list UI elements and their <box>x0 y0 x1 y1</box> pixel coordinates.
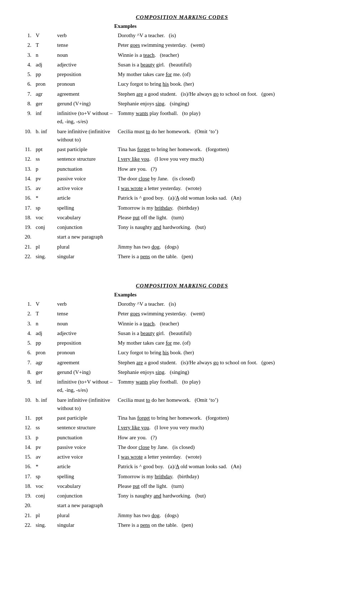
row-code: pp <box>34 338 56 348</box>
table-row: 20.start a new paragraph <box>21 501 343 510</box>
row-name: tense <box>56 309 116 319</box>
table-row: 4.adjadjectiveSusan is a beauty girl. (b… <box>21 60 343 70</box>
row-code: pv <box>34 174 56 184</box>
row-name: agreement <box>56 89 116 99</box>
section-title: COMPOSITION MARKING CODES <box>21 283 343 289</box>
row-example: Tomorrow is my brithday. (birthday) <box>116 203 343 213</box>
row-example: Tina has forget to bring her homework. (… <box>116 413 343 423</box>
row-example: I was wrote a letter yesterday. (wrote) <box>116 452 343 462</box>
table-row: 15.avactive voiceI was wrote a letter ye… <box>21 184 343 193</box>
row-number: 8. <box>21 368 34 377</box>
row-number: 17. <box>21 203 34 213</box>
row-code: V <box>34 31 56 40</box>
row-name: verb <box>56 31 116 40</box>
row-example: Tina has forget to bring her homework. (… <box>116 145 343 154</box>
row-number: 22. <box>21 252 34 261</box>
row-name: noun <box>56 319 116 329</box>
row-example: I very like you. (I love you very much) <box>116 154 343 164</box>
row-code: * <box>34 193 56 203</box>
row-name: punctuation <box>56 164 116 174</box>
row-example: Jimmy has two dog. (dogs) <box>116 242 343 252</box>
row-example: Winnie is a teach. (teacher) <box>116 50 343 60</box>
row-name: plural <box>56 511 116 520</box>
row-code: T <box>34 40 56 50</box>
row-code: agr <box>34 89 56 99</box>
row-example: Dorothy ^V a teacher. (is) <box>116 31 343 40</box>
table-row: 7.agragreementStephen are a good student… <box>21 89 343 99</box>
table-row: 20.start a new paragraph <box>21 232 343 242</box>
row-code: pl <box>34 242 56 252</box>
row-code: av <box>34 184 56 193</box>
table-row: 8.gergerund (V+ing)Stephanie enjoys sing… <box>21 368 343 377</box>
row-number: 1. <box>21 31 34 40</box>
row-number: 3. <box>21 50 34 60</box>
table-row: 2.TtensePeter goes swimming yesterday. (… <box>21 40 343 50</box>
row-number: 9. <box>21 109 34 127</box>
row-name: conjunction <box>56 491 116 501</box>
section-title: COMPOSITION MARKING CODES <box>21 14 343 20</box>
row-example: Please put off the light. (turn) <box>116 213 343 222</box>
table-row: 16.*articlePatrick is ^ good boy. (a)/A … <box>21 193 343 203</box>
row-code: pv <box>34 442 56 452</box>
row-code: av <box>34 452 56 462</box>
table-row: 22.sing.singularThere is a pens on the t… <box>21 252 343 261</box>
row-name: gerund (V+ing) <box>56 368 116 377</box>
row-name: plural <box>56 242 116 252</box>
row-code: agr <box>34 358 56 368</box>
row-number: 21. <box>21 511 34 520</box>
row-code: inf <box>34 377 56 395</box>
row-name: passive voice <box>56 174 116 184</box>
page: COMPOSITION MARKING CODESExamples1.Vverb… <box>0 0 364 566</box>
row-number: 13. <box>21 433 34 442</box>
row-name: spelling <box>56 203 116 213</box>
row-name: infinitive (to+V without –ed, -ing, -s/e… <box>56 377 116 395</box>
row-code: voc <box>34 213 56 222</box>
table-row: 5.ppprepositionMy mother takes care for … <box>21 338 343 348</box>
row-code: ppt <box>34 145 56 154</box>
row-code: pron <box>34 79 56 89</box>
table-row: 10.b. infbare infinitive (infinitive wit… <box>21 395 343 414</box>
row-example: How are you. (?) <box>116 433 343 442</box>
codes-table: 1.VverbDorothy ^V a teacher. (is)2.Ttens… <box>21 31 343 261</box>
row-example: Tommy wants play football. (to play) <box>116 377 343 395</box>
row-example: My mother takes care for me. (of) <box>116 338 343 348</box>
row-example <box>116 501 343 510</box>
row-example: I very like you. (I love you very much) <box>116 423 343 432</box>
table-row: 16.*articlePatrick is ^ good boy. (a)/A … <box>21 462 343 471</box>
row-number: 6. <box>21 348 34 358</box>
row-number: 8. <box>21 99 34 109</box>
row-example: Stephen are a good student. (is)/He alwa… <box>116 358 343 368</box>
row-name: start a new paragraph <box>56 232 116 242</box>
row-number: 3. <box>21 319 34 329</box>
row-code: p <box>34 164 56 174</box>
row-number: 15. <box>21 184 34 193</box>
row-number: 22. <box>21 520 34 530</box>
row-name: adjective <box>56 329 116 338</box>
row-example: Patrick is ^ good boy. (a)/A old woman l… <box>116 462 343 471</box>
table-row: 4.adjadjectiveSusan is a beauty girl. (b… <box>21 329 343 338</box>
row-name: spelling <box>56 472 116 481</box>
row-number: 7. <box>21 358 34 368</box>
row-code: ss <box>34 423 56 432</box>
row-code: ger <box>34 368 56 377</box>
row-example: Cecilia must to do her homework. (Omit ‘… <box>116 127 343 145</box>
table-row: 8.gergerund (V+ing)Stephanie enjoys sing… <box>21 99 343 109</box>
row-example: Dorothy ^V a teacher. (is) <box>116 299 343 309</box>
row-number: 15. <box>21 452 34 462</box>
row-number: 5. <box>21 338 34 348</box>
row-name: preposition <box>56 70 116 79</box>
row-name: past participle <box>56 145 116 154</box>
row-example: Stephanie enjoys sing. (singing) <box>116 368 343 377</box>
row-example: My mother takes care for me. (of) <box>116 70 343 79</box>
row-name: singular <box>56 252 116 261</box>
row-code: b. inf <box>34 127 56 145</box>
table-row: 9.infinfinitive (to+V without –ed, -ing,… <box>21 109 343 127</box>
row-name: conjunction <box>56 222 116 232</box>
table-row: 22.sing.singularThere is a pens on the t… <box>21 520 343 530</box>
table-row: 9.infinfinitive (to+V without –ed, -ing,… <box>21 377 343 395</box>
row-name: passive voice <box>56 442 116 452</box>
examples-label: Examples <box>114 23 343 29</box>
table-row: 17.spspellingTomorrow is my brithday. (b… <box>21 203 343 213</box>
row-number: 16. <box>21 462 34 471</box>
table-row: 1.VverbDorothy ^V a teacher. (is) <box>21 299 343 309</box>
